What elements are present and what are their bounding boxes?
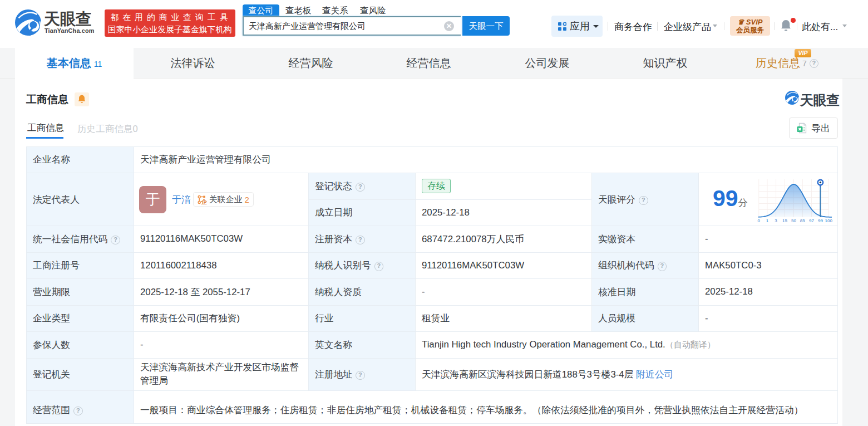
svg-text:85: 85 [800, 218, 805, 223]
svg-text:99: 99 [818, 218, 823, 223]
svg-text:3: 3 [775, 218, 777, 223]
svg-text:100: 100 [825, 218, 833, 223]
svg-text:0: 0 [758, 218, 761, 223]
svg-text:1: 1 [766, 218, 769, 223]
svg-text:97: 97 [809, 218, 814, 223]
svg-text:50: 50 [791, 218, 796, 223]
svg-text:企: 企 [200, 198, 206, 204]
svg-text:15: 15 [782, 218, 787, 223]
